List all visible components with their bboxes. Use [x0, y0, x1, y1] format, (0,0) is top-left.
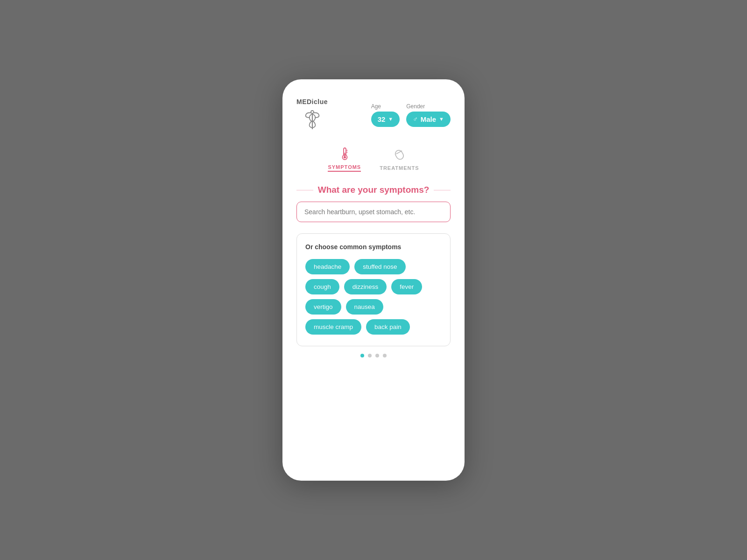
gender-chevron-icon: ▼ [439, 116, 444, 122]
pagination-dot-2[interactable] [368, 354, 372, 357]
age-value: 32 [378, 115, 386, 123]
gender-value: Male [421, 115, 436, 123]
search-section: What are your symptoms? [296, 185, 451, 222]
gender-control: Gender ♂ Male ▼ [406, 103, 451, 127]
app-logo-text: MEDiclue [296, 98, 328, 105]
symptom-fever[interactable]: fever [391, 279, 422, 294]
age-dropdown[interactable]: 32 ▼ [371, 112, 400, 127]
logo-section: MEDiclue [296, 98, 328, 132]
search-input-wrapper[interactable] [296, 202, 451, 222]
gender-dropdown[interactable]: ♂ Male ▼ [406, 112, 451, 127]
tab-treatments[interactable]: TREATMENTS [380, 147, 419, 171]
search-input[interactable] [304, 208, 443, 216]
age-chevron-icon: ▼ [388, 116, 393, 122]
logo-suffix: clue [314, 98, 328, 105]
svg-rect-5 [344, 153, 345, 157]
phone-card: MEDiclue Age 32 [282, 79, 465, 481]
common-symptoms-title: Or choose common symptoms [305, 243, 442, 251]
age-control: Age 32 ▼ [371, 103, 400, 127]
pagination-dot-1[interactable] [360, 354, 364, 357]
treatments-tab-label: TREATMENTS [380, 165, 419, 171]
symptom-muscle-cramp[interactable]: muscle cramp [305, 319, 361, 335]
symptom-cough[interactable]: cough [305, 279, 339, 294]
symptoms-grid: headache stuffed nose cough dizziness fe… [305, 259, 442, 335]
pill-icon [391, 147, 407, 162]
search-title: What are your symptoms? [296, 185, 451, 195]
tabs: SYMPTOMS TREATMENTS [328, 146, 419, 172]
header: MEDiclue Age 32 [296, 98, 451, 132]
tab-symptoms[interactable]: SYMPTOMS [328, 146, 361, 172]
svg-point-1 [311, 111, 314, 113]
symptom-dizziness[interactable]: dizziness [344, 279, 387, 294]
pagination-dot-3[interactable] [375, 354, 379, 357]
pagination-dot-4[interactable] [383, 354, 387, 357]
pagination-dots [360, 354, 387, 357]
symptom-nausea[interactable]: nausea [346, 299, 383, 315]
svg-rect-8 [394, 149, 405, 161]
symptom-vertigo[interactable]: vertigo [305, 299, 341, 315]
thermometer-icon [337, 146, 352, 161]
symptom-stuffed-nose[interactable]: stuffed nose [354, 259, 405, 274]
symptom-back-pain[interactable]: back pain [366, 319, 410, 335]
controls: Age 32 ▼ Gender ♂ Male ▼ [371, 103, 451, 127]
age-label: Age [371, 103, 381, 110]
caduceus-icon [300, 107, 324, 132]
symptoms-card: Or choose common symptoms headache stuff… [296, 233, 451, 346]
gender-symbol-icon: ♂ [413, 115, 418, 123]
logo-prefix: MEDi [296, 98, 314, 105]
gender-label: Gender [406, 103, 425, 110]
symptom-headache[interactable]: headache [305, 259, 350, 274]
symptoms-tab-label: SYMPTOMS [328, 164, 361, 172]
